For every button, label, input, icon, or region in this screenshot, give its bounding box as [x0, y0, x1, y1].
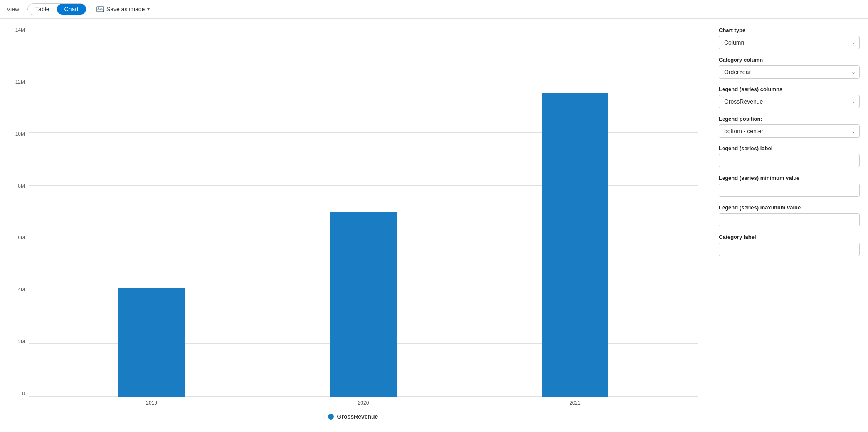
chart-type-select-wrapper: ColumnBarLineAreaPie ⌄	[719, 36, 860, 49]
chart-type-row: Chart type ColumnBarLineAreaPie ⌄	[719, 27, 860, 49]
view-label: View	[7, 6, 19, 12]
category-label-input[interactable]	[719, 243, 860, 256]
legend-series-columns-select[interactable]: GrossRevenueNetRevenueCost	[719, 95, 860, 108]
chart-area: 02M4M6M8M10M12M14M 201920202021 GrossRev…	[0, 19, 710, 428]
legend-position-select-wrapper: bottom - centertop - centerleftrightnone…	[719, 124, 860, 138]
legend-series-columns-select-wrapper: GrossRevenueNetRevenueCost ⌄	[719, 95, 860, 108]
category-column-select[interactable]: OrderYearOrderMonthOrderDate	[719, 65, 860, 79]
legend-dot	[328, 414, 334, 420]
legend-series-max-label: Legend (series) maximum value	[719, 204, 860, 211]
legend-series-min-input[interactable]	[719, 184, 860, 197]
save-image-label: Save as image	[106, 6, 145, 12]
chart-type-label: Chart type	[719, 27, 860, 33]
x-axis-label: 2019	[118, 400, 185, 406]
y-axis-label: 4M	[18, 287, 25, 293]
legend-position-label: Legend position:	[719, 116, 860, 122]
category-column-row: Category column OrderYearOrderMonthOrder…	[719, 57, 860, 79]
save-image-button[interactable]: Save as image ▾	[93, 4, 153, 15]
y-axis-label: 6M	[18, 235, 25, 241]
side-panel: Chart type ColumnBarLineAreaPie ⌄ Catego…	[710, 19, 868, 428]
legend-label: GrossRevenue	[337, 413, 378, 420]
legend-series-label-input[interactable]	[719, 154, 860, 167]
x-labels: 201920202021	[29, 397, 698, 409]
chart-type-select[interactable]: ColumnBarLineAreaPie	[719, 36, 860, 49]
bars-row	[29, 27, 698, 397]
chart-plot: 201920202021	[29, 27, 698, 409]
chart-container: 02M4M6M8M10M12M14M 201920202021 GrossRev…	[8, 27, 698, 420]
y-axis-label: 14M	[15, 27, 25, 33]
legend-series-max-row: Legend (series) maximum value	[719, 204, 860, 226]
grid-and-bars: 201920202021	[29, 27, 698, 409]
category-column-select-wrapper: OrderYearOrderMonthOrderDate ⌄	[719, 65, 860, 79]
chart-legend: GrossRevenue	[8, 413, 698, 420]
legend-series-columns-label: Legend (series) columns	[719, 86, 860, 92]
legend-position-row: Legend position: bottom - centertop - ce…	[719, 116, 860, 138]
category-column-label: Category column	[719, 57, 860, 63]
y-axis-label: 10M	[15, 131, 25, 137]
svg-point-1	[98, 7, 99, 8]
chart-inner: 02M4M6M8M10M12M14M 201920202021	[8, 27, 698, 409]
view-toggle-group: Table Chart	[27, 3, 86, 15]
y-axis-label: 12M	[15, 79, 25, 85]
x-axis-label: 2020	[330, 400, 397, 406]
legend-series-label-label: Legend (series) label	[719, 145, 860, 151]
legend-position-select[interactable]: bottom - centertop - centerleftrightnone	[719, 124, 860, 138]
y-axis-label: 2M	[18, 339, 25, 345]
y-axis-label: 0	[22, 391, 25, 397]
toolbar: View Table Chart Save as image ▾	[0, 0, 868, 19]
bar	[542, 93, 608, 397]
legend-series-columns-row: Legend (series) columns GrossRevenueNetR…	[719, 86, 860, 108]
category-label-label: Category label	[719, 234, 860, 240]
y-axis-label: 8M	[18, 183, 25, 189]
table-button[interactable]: Table	[28, 4, 57, 15]
legend-series-min-label: Legend (series) minimum value	[719, 175, 860, 181]
x-axis-label: 2021	[542, 400, 608, 406]
chart-button[interactable]: Chart	[57, 4, 86, 15]
y-axis: 02M4M6M8M10M12M14M	[8, 27, 29, 409]
bar	[330, 212, 397, 397]
legend-series-max-input[interactable]	[719, 213, 860, 226]
category-label-row: Category label	[719, 234, 860, 256]
legend-series-label-row: Legend (series) label	[719, 145, 860, 167]
save-image-icon	[96, 5, 104, 13]
save-image-chevron: ▾	[147, 6, 150, 12]
bar	[118, 288, 185, 397]
main-content: 02M4M6M8M10M12M14M 201920202021 GrossRev…	[0, 19, 868, 428]
legend-series-min-row: Legend (series) minimum value	[719, 175, 860, 197]
